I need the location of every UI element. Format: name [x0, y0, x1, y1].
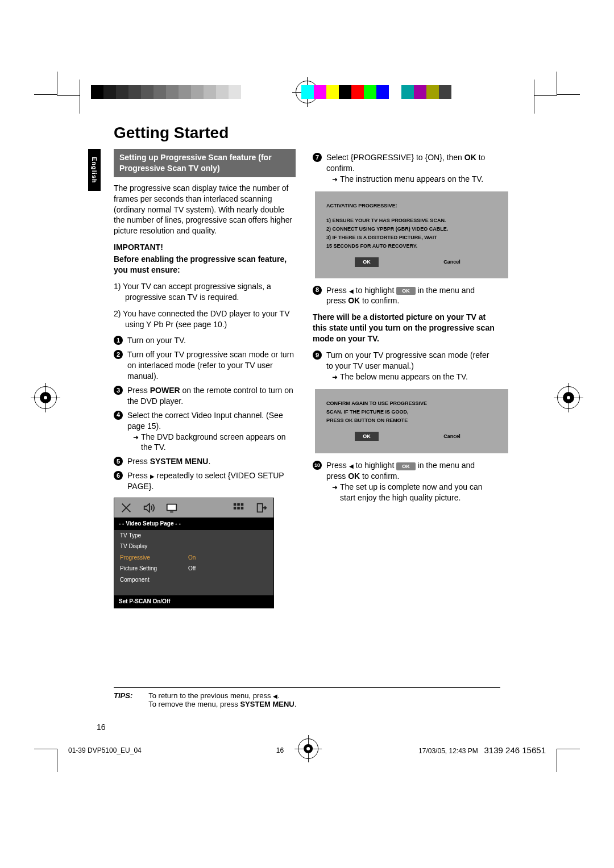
registration-mark-icon — [557, 386, 580, 409]
svg-rect-7 — [237, 507, 240, 510]
osd-icon-bar — [114, 498, 273, 518]
page: English Getting Started Setting up Progr… — [0, 0, 614, 868]
crop-mark — [557, 72, 580, 95]
printer-marks — [57, 80, 557, 114]
osd-row: Component — [114, 574, 273, 586]
tools-icon — [119, 502, 134, 514]
important-body: Before enabling the progressive scan fea… — [114, 254, 296, 276]
result-line: The below menu appears on the TV. — [326, 372, 495, 382]
dialog-cancel-button: Cancel — [435, 432, 468, 441]
osd-row: Picture SettingOff — [114, 563, 273, 574]
step-badge: 6 — [114, 471, 123, 480]
footer: 01-39 DVP5100_EU_04 16 17/03/05, 12:43 P… — [68, 745, 546, 755]
step-1: 1 Turn on your TV. — [114, 335, 296, 346]
step-badge: 10 — [313, 461, 322, 470]
grayscale-bar — [91, 85, 254, 99]
right-column: 7 Select {PROGRESSIVE} to {ON}, then OK … — [313, 149, 495, 608]
svg-rect-6 — [234, 507, 237, 510]
step-9: 9 Turn on your TV progressive scan mode … — [313, 350, 495, 382]
step-badge: 8 — [313, 286, 322, 295]
progressive-dialog-1: ACTIVATING PROGRESSIVE: 1) ENSURE YOUR T… — [315, 191, 508, 278]
important-label: IMPORTANT! — [114, 242, 296, 253]
osd-row: TV Type — [114, 530, 273, 541]
svg-rect-2 — [170, 511, 173, 512]
svg-rect-3 — [234, 503, 237, 506]
content-area: Getting Started Setting up Progressive S… — [114, 124, 500, 608]
left-column: Setting up Progressive Scan feature (for… — [114, 149, 296, 608]
progressive-dialog-2: CONFIRM AGAIN TO USE PROGRESSIVE SCAN. I… — [315, 389, 508, 454]
step-3: 3 Press POWER on the remote control to t… — [114, 385, 296, 407]
step-badge: 1 — [114, 336, 123, 345]
step-badge: 4 — [114, 411, 123, 420]
svg-rect-8 — [241, 507, 244, 510]
section-header: Setting up Progressive Scan feature (for… — [114, 149, 296, 177]
dialog-ok-button: OK — [355, 432, 379, 441]
tips-section: TIPS: To return to the previous menu, pr… — [114, 687, 500, 708]
step-4: 4 Select the correct Video Input channel… — [114, 410, 296, 453]
step-2: 2 Turn off your TV progressive scan mode… — [114, 349, 296, 382]
step-badge: 3 — [114, 386, 123, 395]
svg-rect-5 — [241, 503, 244, 506]
step-badge: 9 — [313, 350, 322, 360]
ensure-item-1: 1) Your TV can accept progressive signal… — [114, 281, 296, 303]
right-arrow-icon — [150, 470, 155, 481]
tips-label: TIPS: — [114, 691, 132, 708]
intro-paragraph: The progressive scan display twice the n… — [114, 183, 296, 236]
tips-body: To return to the previous menu, press . … — [148, 691, 296, 708]
monitor-icon — [164, 502, 179, 514]
ok-pill-icon: OK — [396, 462, 416, 470]
speaker-icon — [142, 502, 156, 514]
exit-icon — [254, 502, 269, 514]
step-badge: 5 — [114, 457, 123, 466]
svg-rect-1 — [168, 505, 176, 510]
step-7: 7 Select {PROGRESSIVE} to {ON}, then OK … — [313, 152, 495, 185]
ok-pill-icon: OK — [396, 287, 416, 295]
left-arrow-icon — [273, 691, 277, 700]
grid-icon — [231, 502, 246, 514]
page-title: Getting Started — [114, 124, 500, 142]
step-10: 10 Press to highlight OK in the menu and… — [313, 460, 495, 503]
result-line: The set up is complete now and you can s… — [326, 482, 495, 503]
step-badge: 7 — [313, 153, 322, 162]
footer-right: 17/03/05, 12:43 PM 3139 246 15651 — [418, 745, 546, 755]
crop-mark — [557, 749, 580, 772]
language-tab: English — [88, 149, 101, 191]
step-5: 5 Press SYSTEM MENU. — [114, 456, 296, 467]
osd-footer: Set P-SCAN On/Off — [114, 595, 273, 608]
crop-mark — [34, 72, 57, 95]
step-badge: 2 — [114, 350, 123, 359]
ensure-item-2: 2) You have connected the DVD player to … — [114, 308, 296, 330]
left-arrow-icon — [349, 460, 354, 471]
osd-menu: - - Video Setup Page - - TV TypeTV Displ… — [114, 498, 274, 608]
osd-row: TV Display — [114, 541, 273, 552]
dialog-cancel-button: Cancel — [435, 257, 468, 266]
result-line: The instruction menu appears on the TV. — [326, 174, 495, 185]
page-number: 16 — [97, 723, 106, 732]
registration-mark-icon — [34, 386, 57, 409]
osd-row: ProgressiveOn — [114, 552, 273, 564]
osd-title: - - Video Setup Page - - — [114, 518, 273, 530]
color-bar — [301, 85, 451, 99]
crop-mark — [34, 749, 57, 772]
osd-rows: TV TypeTV DisplayProgressiveOnPicture Se… — [114, 530, 273, 586]
footer-filename: 01-39 DVP5100_EU_04 — [68, 746, 142, 754]
step-6: 6 Press repeatedly to select {VIDEO SETU… — [114, 470, 296, 492]
footer-page: 16 — [276, 746, 284, 754]
left-arrow-icon — [349, 285, 354, 296]
dialog-ok-button: OK — [355, 257, 379, 266]
result-line: The DVD background screen appears on the… — [127, 432, 296, 453]
step-8: 8 Press to highlight OK in the menu and … — [313, 285, 495, 307]
svg-rect-4 — [237, 503, 240, 506]
distorted-warning: There will be a distorted picture on you… — [313, 312, 495, 344]
